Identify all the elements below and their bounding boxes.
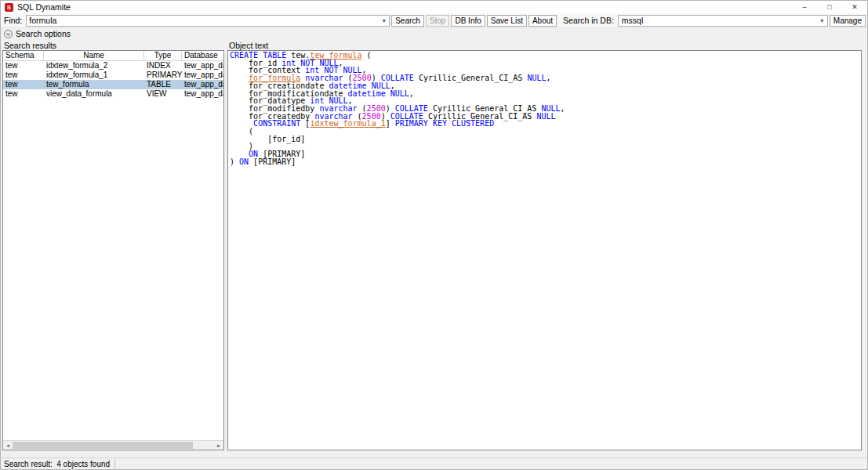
cell-database: tew_app_dat xyxy=(182,70,223,80)
db-combo-value: mssql xyxy=(619,16,817,25)
table-row[interactable]: tewview_data_formulaVIEWtew_app_dat xyxy=(3,89,223,99)
cell-type: TABLE xyxy=(144,80,182,89)
sql-token: , xyxy=(561,104,565,113)
main-area: Search results SchemaNameTypeDatabase te… xyxy=(2,40,862,450)
status-bar: Search result: 4 objects found xyxy=(1,457,867,469)
cell-database: tew_app_dat xyxy=(182,80,223,89)
manage-button[interactable]: Manage xyxy=(830,15,866,27)
maximize-button[interactable]: □ xyxy=(817,1,842,13)
table-row[interactable]: tewidxtew_formula_1PRIMARY Ktew_app_dat xyxy=(3,70,223,80)
cell-database: tew_app_dat xyxy=(182,61,223,70)
cell-type: INDEX xyxy=(144,61,182,70)
db-dropdown-icon[interactable]: ▾ xyxy=(817,16,827,26)
app-window: S SQL Dynamite – □ ✕ Find: ▾ Search Stop… xyxy=(0,0,868,470)
object-text-caption: Object text xyxy=(227,40,862,50)
window-controls: – □ ✕ xyxy=(792,1,867,13)
window-title: SQL Dynamite xyxy=(17,2,792,12)
column-header-type[interactable]: Type xyxy=(144,51,182,60)
status-text: Search result: 4 objects found xyxy=(1,458,115,469)
cell-schema: tew xyxy=(3,89,44,99)
table-row[interactable]: tewtew_formulaTABLEtew_app_dat xyxy=(3,80,223,89)
sql-token: NULL xyxy=(527,74,546,82)
results-table-header[interactable]: SchemaNameTypeDatabase xyxy=(3,51,223,61)
sql-token: [ xyxy=(300,119,310,128)
app-icon: S xyxy=(5,3,13,12)
cell-name: idxtew_formula_1 xyxy=(44,70,144,80)
chevron-down-icon xyxy=(4,30,13,38)
results-table-body: tewidxtew_formula_2INDEXtew_app_dattewid… xyxy=(3,61,223,440)
find-combo: ▾ xyxy=(26,15,390,27)
scroll-right-icon[interactable]: ► xyxy=(214,441,223,450)
column-header-schema[interactable]: Schema xyxy=(3,51,44,60)
scroll-thumb[interactable] xyxy=(13,442,193,449)
search-options-toggle[interactable]: Search options xyxy=(1,28,867,39)
find-input[interactable] xyxy=(27,16,379,25)
search-in-db-label: Search in DB: xyxy=(558,16,616,25)
scroll-track[interactable] xyxy=(13,441,214,450)
sql-line: ( xyxy=(230,128,859,136)
table-row[interactable]: tewidxtew_formula_2INDEXtew_app_dat xyxy=(3,61,223,70)
find-label: Find: xyxy=(4,16,24,25)
sql-token: ON xyxy=(239,157,249,166)
sql-line: CONSTRAINT [idxtew_formula_1] PRIMARY KE… xyxy=(230,120,859,128)
toolbar: Find: ▾ Search Stop DB Info Save List Ab… xyxy=(1,13,867,28)
cell-schema: tew xyxy=(3,61,44,70)
cell-name: view_data_formula xyxy=(44,89,144,99)
results-panel: Search results SchemaNameTypeDatabase te… xyxy=(2,40,224,450)
cell-schema: tew xyxy=(3,70,44,80)
db-info-button[interactable]: DB Info xyxy=(451,15,485,27)
sql-line: ) ON [PRIMARY] xyxy=(230,158,859,166)
sql-line: [for_id] xyxy=(230,136,859,143)
sql-token: ( xyxy=(362,51,372,60)
sql-token: NULL xyxy=(390,89,409,98)
close-button[interactable]: ✕ xyxy=(842,1,867,13)
stop-button[interactable]: Stop xyxy=(426,15,450,27)
scroll-left-icon[interactable]: ◄ xyxy=(3,441,13,450)
sql-token: ] xyxy=(386,119,395,128)
cell-type: VIEW xyxy=(144,89,182,99)
db-combo[interactable]: mssql ▾ xyxy=(618,15,828,27)
sql-line: ON [PRIMARY] xyxy=(230,150,859,158)
sql-token: Cyrillic_General_CI_AS xyxy=(414,74,528,82)
column-header-database[interactable]: Database xyxy=(182,51,223,60)
titlebar: S SQL Dynamite – □ ✕ xyxy=(1,1,867,13)
sql-box[interactable]: CREATE TABLE tew.tew_formula ( for_id in… xyxy=(227,50,862,450)
sql-token: ) xyxy=(230,157,239,166)
cell-database: tew_app_dat xyxy=(182,89,223,99)
results-caption: Search results xyxy=(2,40,224,50)
object-text-panel: Object text CREATE TABLE tew.tew_formula… xyxy=(227,40,862,450)
results-table: SchemaNameTypeDatabase tewidxtew_formula… xyxy=(2,50,224,450)
cell-name: tew_formula xyxy=(44,80,144,89)
cell-schema: tew xyxy=(3,80,44,89)
save-list-button[interactable]: Save List xyxy=(487,15,527,27)
horizontal-scrollbar[interactable]: ◄ ► xyxy=(3,440,223,450)
sql-token: , xyxy=(546,74,550,82)
cell-name: idxtew_formula_2 xyxy=(44,61,144,70)
search-options-label: Search options xyxy=(16,29,71,38)
sql-token: NULL xyxy=(536,112,555,121)
cell-type: PRIMARY K xyxy=(144,70,182,80)
search-match-highlight: idxtew_formula_1 xyxy=(310,119,385,128)
sql-token: CONSTRAINT xyxy=(253,119,300,128)
sql-line: ) xyxy=(230,143,859,150)
find-dropdown-icon[interactable]: ▾ xyxy=(379,16,389,26)
search-button[interactable]: Search xyxy=(391,15,424,27)
sql-token: [PRIMARY] xyxy=(249,157,296,166)
sql-token: PRIMARY KEY CLUSTERED xyxy=(395,119,494,128)
minimize-button[interactable]: – xyxy=(792,1,817,13)
sql-token: , xyxy=(409,89,414,98)
about-button[interactable]: About xyxy=(528,15,557,27)
column-header-name[interactable]: Name xyxy=(44,51,144,60)
sql-token: datetime xyxy=(348,89,386,98)
sql-text: CREATE TABLE tew.tew_formula ( for_id in… xyxy=(230,52,859,166)
